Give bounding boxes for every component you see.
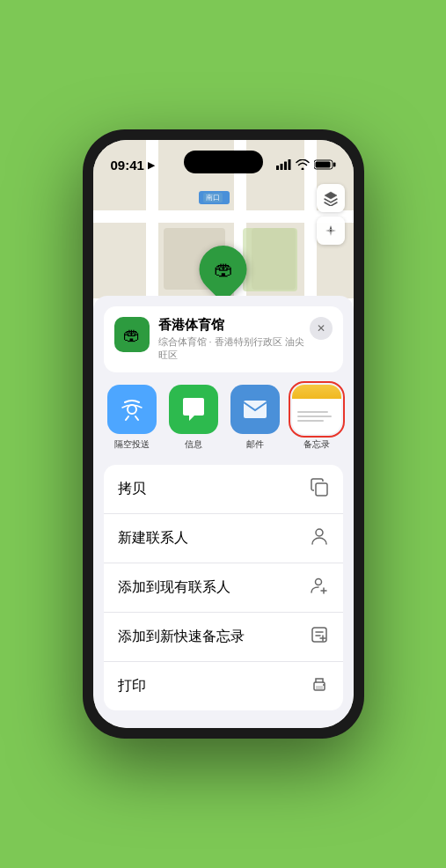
action-new-contact[interactable]: 新建联系人 [104, 514, 343, 563]
compass-icon [324, 224, 338, 238]
airdrop-symbol [119, 396, 145, 423]
share-item-notes[interactable]: 备忘录 [292, 385, 341, 451]
copy-label: 拷贝 [118, 480, 146, 498]
notes-line [297, 420, 325, 422]
battery-icon [314, 159, 336, 170]
action-list: 拷贝 新建联系人 [104, 465, 343, 710]
new-contact-label: 新建联系人 [118, 529, 188, 548]
notes-label: 备忘录 [303, 438, 330, 451]
action-quick-note[interactable]: 添加到新快速备忘录 [104, 613, 343, 662]
svg-point-11 [316, 529, 323, 536]
venue-logo: 🏟 [114, 317, 150, 352]
svg-point-12 [315, 579, 321, 585]
map-label: 南口 [199, 191, 230, 204]
new-contact-icon [310, 526, 329, 550]
svg-rect-1 [280, 164, 282, 170]
add-existing-icon [310, 576, 329, 600]
action-print[interactable]: 打印 [104, 662, 343, 710]
svg-rect-13 [312, 628, 326, 642]
status-icons [276, 159, 336, 170]
notes-icon[interactable] [292, 385, 341, 434]
mail-label: 邮件 [246, 438, 264, 451]
stadium-icon: 🏟 [214, 258, 233, 281]
notes-lines [292, 399, 341, 434]
message-symbol [180, 397, 207, 422]
print-label: 打印 [118, 677, 146, 695]
mail-symbol [242, 399, 268, 420]
svg-point-8 [128, 405, 136, 414]
mail-icon[interactable] [230, 385, 280, 434]
message-icon[interactable] [169, 385, 218, 434]
svg-rect-0 [276, 166, 279, 170]
venue-info: 香港体育馆 综合体育馆 · 香港特别行政区 油尖旺区 [158, 317, 310, 362]
quick-note-label: 添加到新快速备忘录 [118, 628, 245, 646]
close-button[interactable]: ✕ [310, 317, 333, 340]
map-layer-button[interactable] [317, 184, 345, 212]
dynamic-island [184, 151, 263, 173]
share-row: 隔空投送 信息 [93, 372, 354, 458]
svg-point-7 [329, 230, 332, 232]
signal-icon [276, 159, 291, 170]
map-layers-icon [323, 190, 339, 206]
notes-top-bar [292, 385, 341, 399]
share-item-airdrop[interactable]: 隔空投送 [107, 385, 157, 451]
airdrop-label: 隔空投送 [114, 438, 150, 451]
map-controls[interactable] [317, 184, 345, 245]
copy-icon [310, 477, 329, 501]
venue-subtitle: 综合体育馆 · 香港特别行政区 油尖旺区 [158, 335, 310, 362]
pin-circle: 🏟 [189, 236, 256, 303]
status-time: 09:41 ▶ [111, 158, 155, 173]
notes-line [297, 416, 333, 417]
svg-rect-15 [316, 686, 323, 689]
svg-rect-10 [316, 483, 327, 496]
airdrop-icon[interactable] [107, 385, 157, 434]
map-park [243, 228, 297, 291]
wifi-icon [296, 159, 310, 170]
venue-logo-icon: 🏟 [123, 325, 141, 345]
bottom-sheet: 🏟 香港体育馆 综合体育馆 · 香港特别行政区 油尖旺区 ✕ [93, 296, 354, 728]
share-item-message[interactable]: 信息 [169, 385, 218, 451]
quick-note-icon [310, 625, 329, 649]
print-icon [310, 674, 329, 698]
svg-rect-2 [284, 162, 287, 171]
phone-screen: 09:41 ▶ [93, 140, 354, 728]
svg-rect-3 [288, 159, 290, 170]
svg-rect-6 [315, 162, 330, 168]
phone-frame: 09:41 ▶ [83, 129, 364, 739]
location-button[interactable] [317, 217, 345, 245]
venue-card: 🏟 香港体育馆 综合体育馆 · 香港特别行政区 油尖旺区 ✕ [104, 306, 343, 372]
time-display: 09:41 [111, 158, 144, 173]
message-label: 信息 [185, 438, 202, 451]
location-arrow-icon: ▶ [148, 160, 155, 170]
svg-point-16 [323, 684, 325, 686]
share-item-mail[interactable]: 邮件 [230, 385, 280, 451]
action-add-existing[interactable]: 添加到现有联系人 [104, 563, 343, 613]
action-copy[interactable]: 拷贝 [104, 465, 343, 514]
venue-name: 香港体育馆 [158, 317, 310, 334]
add-existing-label: 添加到现有联系人 [118, 578, 230, 597]
svg-rect-5 [333, 163, 336, 167]
notes-line [297, 411, 328, 413]
